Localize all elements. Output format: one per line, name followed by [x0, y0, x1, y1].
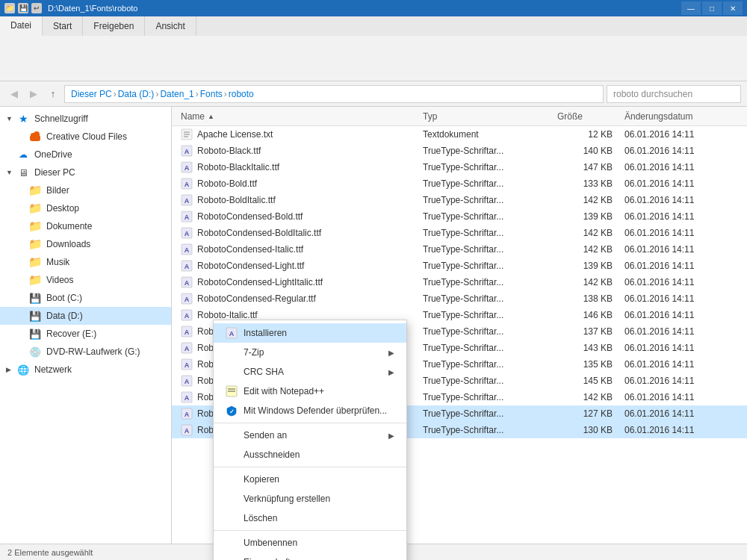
sidebar-item-netzwerk[interactable]: ▶ 🌐 Netzwerk [0, 361, 171, 379]
sidebar-item-recover-e[interactable]: ▶ 💾 Recover (E:) [0, 325, 171, 343]
file-size: 12 KB [554, 129, 622, 140]
file-name-cell: A RobotoCondensed-LightItalic.ttf [178, 276, 420, 288]
sidebar-item-videos[interactable]: ▶ 📁 Videos [0, 271, 171, 289]
sidebar-item-schnellzugriff[interactable]: ▼ ★ Schnellzugriff [0, 110, 171, 128]
file-size: 142 KB [554, 228, 622, 238]
sidebar-item-dvd-g[interactable]: ▶ 💿 DVD-RW-Laufwerk (G:) [0, 343, 171, 361]
table-row[interactable]: A RobotoCondensed-Bold.ttf TrueType-Schr… [172, 208, 747, 225]
sidebar-label-dieser-pc: Dieser PC [34, 167, 75, 178]
context-menu-item-notepad[interactable]: Edit with Notepad++ [214, 382, 406, 401]
header-type[interactable]: Typ [420, 111, 554, 122]
back-button[interactable]: ◀ [6, 86, 22, 102]
sidebar-item-downloads[interactable]: ▶ 📁 Downloads [0, 235, 171, 253]
path-fonts[interactable]: Fonts [200, 89, 223, 99]
file-size: 140 KB [554, 146, 622, 156]
table-row[interactable]: A Roboto-Bold.ttf TrueType-Schriftar... … [172, 175, 747, 192]
file-date: 06.01.2016 14:11 [622, 211, 741, 222]
sidebar-label-dokumente: Dokumente [46, 221, 92, 231]
header-size[interactable]: Größe [554, 111, 622, 122]
context-menu-item-crc-sha[interactable]: CRC SHA ▶ [214, 362, 406, 382]
svg-text:A: A [185, 246, 190, 254]
context-menu-item-defender[interactable]: ✓ Mit Windows Defender überprüfen... [214, 401, 406, 420]
svg-text:A: A [229, 330, 235, 337]
path-daten1[interactable]: Daten_1 [160, 89, 193, 99]
file-name-cell: A RobotoCondensed-Italic.ttf [178, 243, 420, 255]
context-menu-item-kopieren[interactable]: Kopieren [214, 470, 406, 489]
file-date: 06.01.2016 14:11 [622, 129, 741, 140]
sort-arrow-name: ▲ [208, 113, 214, 120]
table-row[interactable]: A Roboto-BlackItalic.ttf TrueType-Schrif… [172, 159, 747, 175]
drive-icon-boot: 💾 [28, 291, 42, 305]
table-row[interactable]: A RobotoCondensed-Italic.ttf TrueType-Sc… [172, 241, 747, 258]
table-row[interactable]: Apache License.txt Textdokument 12 KB 06… [172, 126, 747, 143]
sidebar-item-bilder[interactable]: ▶ 📁 Bilder [0, 181, 171, 199]
tab-ansicht[interactable]: Ansicht [145, 16, 196, 36]
close-button[interactable]: ✕ [723, 1, 743, 15]
sidebar-label-desktop: Desktop [46, 203, 79, 214]
path-data-d[interactable]: Data (D:) [118, 89, 155, 99]
context-menu-item-eigenschaften[interactable]: Eigenschaften [214, 553, 406, 560]
context-menu-item-7zip[interactable]: 7-Zip ▶ [214, 343, 406, 362]
save-icon: 💾 [18, 3, 28, 13]
context-menu-item-umbenennen[interactable]: Umbenennen [214, 533, 406, 553]
file-size: 139 KB [554, 261, 622, 271]
maximize-button[interactable]: □ [702, 1, 722, 15]
context-menu-item-verknuepfung[interactable]: Verknüpfung erstellen [214, 489, 406, 508]
sidebar-item-boot-c[interactable]: ▶ 💾 Boot (C:) [0, 289, 171, 307]
tab-start[interactable]: Start [43, 16, 83, 36]
tab-datei[interactable]: Datei [0, 16, 43, 36]
folder-icon-musik: 📁 [28, 255, 42, 269]
up-button[interactable]: ↑ [45, 86, 61, 102]
ctx-label-crc-sha: CRC SHA [244, 367, 284, 377]
header-date[interactable]: Änderungsdatum [622, 111, 741, 122]
file-type: TrueType-Schriftar... [420, 195, 554, 205]
minimize-button[interactable]: — [681, 1, 701, 15]
table-row[interactable]: A Roboto-Black.ttf TrueType-Schriftar...… [172, 143, 747, 159]
table-row[interactable]: A Roboto-BoldItalic.ttf TrueType-Schrift… [172, 192, 747, 208]
sidebar-label-data-d: Data (D:) [46, 311, 83, 321]
svg-text:A: A [185, 197, 190, 205]
file-type: TrueType-Schriftar... [420, 162, 554, 172]
sidebar-item-creative-cloud[interactable]: ▶ Creative Cloud Files [0, 128, 171, 146]
ctx-arrow-senden-an: ▶ [388, 432, 394, 440]
path-dieser-pc[interactable]: Dieser PC [71, 89, 112, 99]
drive-icon-data: 💾 [28, 309, 42, 323]
file-icon: A [181, 375, 193, 387]
file-size: 138 KB [554, 293, 622, 304]
sidebar-item-dokumente[interactable]: ▶ 📁 Dokumente [0, 217, 171, 235]
file-icon: A [181, 260, 193, 272]
ctx-icon-loeschen [226, 512, 238, 524]
address-path[interactable]: Dieser PC › Data (D:) › Daten_1 › Fonts … [64, 85, 604, 103]
sidebar-item-onedrive[interactable]: ▶ ☁ OneDrive [0, 146, 171, 164]
file-date: 06.01.2016 14:11 [622, 408, 741, 419]
context-menu-item-senden-an[interactable]: Senden an ▶ [214, 426, 406, 445]
svg-text:A: A [185, 181, 190, 188]
ctx-label-7zip: 7-Zip [244, 347, 264, 358]
context-menu-item-ausschneiden[interactable]: Ausschneiden [214, 445, 406, 464]
context-menu-separator [214, 530, 406, 531]
table-row[interactable]: A RobotoCondensed-BoldItalic.ttf TrueTyp… [172, 225, 747, 241]
tab-freigeben[interactable]: Freigeben [83, 16, 145, 36]
file-name: Roboto-Black.ttf [197, 146, 261, 156]
sidebar-item-dieser-pc[interactable]: ▼ 🖥 Dieser PC [0, 164, 171, 181]
table-row[interactable]: A RobotoCondensed-Light.ttf TrueType-Sch… [172, 258, 747, 274]
table-row[interactable]: A RobotoCondensed-LightItalic.ttf TrueTy… [172, 274, 747, 290]
forward-button[interactable]: ▶ [25, 86, 42, 102]
sidebar-item-desktop[interactable]: ▶ 📁 Desktop [0, 199, 171, 217]
pc-icon: 🖥 [16, 166, 30, 179]
folder-icon-bilder: 📁 [28, 184, 42, 197]
file-size: 142 KB [554, 277, 622, 287]
sidebar-item-data-d[interactable]: ▶ 💾 Data (D:) [0, 307, 171, 325]
context-menu-item-installieren[interactable]: A Installieren [214, 323, 406, 343]
table-row[interactable]: A RobotoCondensed-Regular.ttf TrueType-S… [172, 290, 747, 307]
context-menu: A Installieren 7-Zip ▶ CRC SHA ▶ Edit wi… [213, 320, 407, 560]
file-icon: A [181, 391, 193, 403]
context-menu-item-loeschen[interactable]: Löschen [214, 508, 406, 528]
header-name[interactable]: Name ▲ [178, 111, 420, 122]
title-bar-controls: — □ ✕ [681, 1, 743, 15]
file-icon: A [181, 211, 193, 223]
path-sep-4: › [224, 89, 227, 99]
sidebar-item-musik[interactable]: ▶ 📁 Musik [0, 253, 171, 271]
search-box[interactable]: roboto durchsuchen [607, 85, 741, 103]
path-roboto[interactable]: roboto [229, 89, 254, 99]
